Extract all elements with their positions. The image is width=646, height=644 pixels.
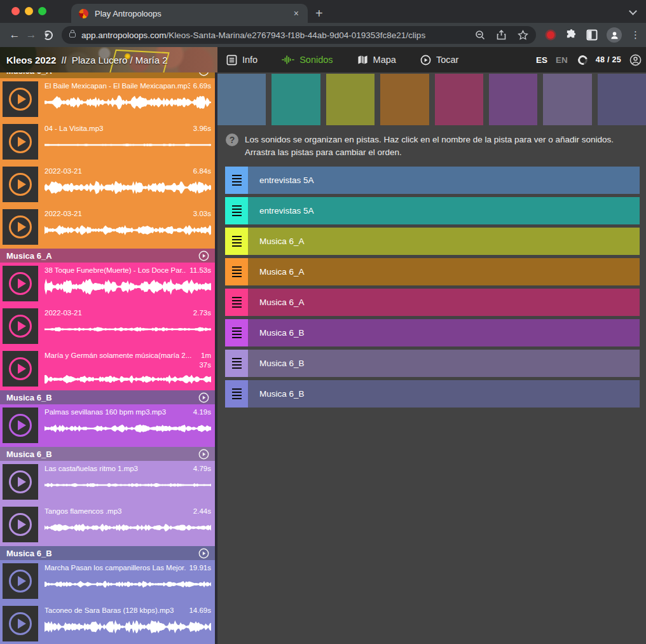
- clip-play-button[interactable]: [3, 507, 38, 542]
- track-drag-handle[interactable]: [225, 289, 248, 316]
- track-name-button[interactable]: entrevistas 5A: [248, 167, 640, 194]
- track-drag-handle[interactable]: [225, 380, 248, 408]
- section-play-icon[interactable]: [198, 392, 209, 403]
- track-row[interactable]: Musica 6_B: [225, 350, 640, 377]
- clip-row[interactable]: María y Germán solamente música(maría 2.…: [0, 348, 215, 390]
- track-drag-handle[interactable]: [225, 197, 248, 224]
- browser-menu-icon[interactable]: ⋮: [631, 34, 640, 36]
- tab-info[interactable]: Info: [226, 55, 258, 65]
- clip-row[interactable]: 2022-03-213.03s: [0, 206, 215, 249]
- extensions-puzzle-icon[interactable]: [565, 29, 577, 41]
- section-play-icon[interactable]: [198, 250, 209, 261]
- waveform: [45, 518, 211, 537]
- back-button[interactable]: ←: [6, 29, 23, 41]
- track-name-button[interactable]: Musica 6_A: [248, 289, 640, 316]
- clip-play-button[interactable]: [3, 464, 38, 500]
- forward-button[interactable]: →: [23, 29, 39, 41]
- track-drag-handle[interactable]: [225, 258, 248, 285]
- tab-sonidos[interactable]: Sonidos: [282, 55, 333, 65]
- section-play-icon[interactable]: [198, 72, 209, 76]
- clip-row[interactable]: Marcha Pasan los campanilleros Las Mejor…: [0, 560, 215, 603]
- clip-duration: 1m 37s: [195, 351, 211, 370]
- reload-icon[interactable]: [43, 31, 53, 40]
- side-panel-icon[interactable]: [586, 29, 598, 41]
- clip-play-button[interactable]: [3, 81, 38, 117]
- clip-play-button[interactable]: [3, 124, 38, 160]
- track-row[interactable]: entrevistas 5A: [225, 197, 640, 224]
- clip-row[interactable]: Palmas sevillanas 160 bpm mp3.mp34.19s: [0, 404, 215, 447]
- clip-row[interactable]: Las castañuelas ritmo 1.mp34.79s: [0, 461, 215, 504]
- clip-play-button[interactable]: [3, 308, 38, 344]
- track-row[interactable]: entrevistas 5A: [225, 167, 640, 194]
- track-drag-handle[interactable]: [225, 167, 248, 194]
- section-clips: El Baile Mexicapan - El Baile Mexicapan.…: [0, 78, 215, 249]
- window-minimize-button[interactable]: [25, 7, 33, 15]
- app-body: Musica 6_AEl Baile Mexicapan - El Baile …: [0, 72, 646, 644]
- track-row[interactable]: Musica 6_A: [225, 228, 640, 255]
- section-header[interactable]: Musica 6_B: [0, 390, 215, 404]
- track-name-button[interactable]: Musica 6_B: [248, 380, 640, 408]
- account-icon[interactable]: [629, 54, 642, 66]
- zoom-icon[interactable]: [475, 30, 485, 40]
- section-play-icon[interactable]: [198, 548, 209, 559]
- browser-tab[interactable]: Play Antropoloops ×: [71, 4, 308, 23]
- section-header[interactable]: Musica 6_A: [0, 249, 215, 263]
- url-text[interactable]: app.antropoloops.com/Kleos-Santa-Marina/…: [81, 31, 467, 40]
- clip-play-button[interactable]: [3, 351, 38, 387]
- tab-tocar[interactable]: Tocar: [420, 55, 458, 65]
- breadcrumb[interactable]: Kleos 2022 // Plaza Lucero / María 2: [0, 47, 217, 72]
- new-tab-button[interactable]: +: [315, 7, 323, 20]
- lang-es-button[interactable]: ES: [536, 55, 547, 65]
- window-zoom-button[interactable]: [38, 7, 46, 15]
- clip-row[interactable]: 04 - La Visita.mp33.96s: [0, 121, 215, 163]
- address-bar[interactable]: app.antropoloops.com/Kleos-Santa-Marina/…: [62, 26, 536, 44]
- profile-avatar[interactable]: [607, 27, 622, 43]
- track-row[interactable]: Musica 6_B: [225, 319, 640, 346]
- clip-row[interactable]: Tangos flamencos .mp32.44s: [0, 504, 215, 546]
- section-header[interactable]: Musica 6_B: [0, 546, 215, 560]
- share-icon[interactable]: [497, 30, 506, 40]
- lock-icon[interactable]: [69, 32, 76, 38]
- clip-play-button[interactable]: [3, 408, 38, 443]
- track-drag-handle[interactable]: [225, 319, 248, 346]
- track-row[interactable]: Musica 6_B: [225, 380, 640, 408]
- clip-row[interactable]: El Baile Mexicapan - El Baile Mexicapan.…: [0, 78, 215, 121]
- track-name-button[interactable]: Musica 6_A: [248, 258, 640, 285]
- track-drag-handle[interactable]: [225, 228, 248, 255]
- tab-tocar-label: Tocar: [436, 55, 458, 65]
- window-close-button[interactable]: [11, 7, 20, 15]
- clip-row[interactable]: 2022-03-216.84s: [0, 163, 215, 206]
- clip-play-button[interactable]: [3, 209, 38, 245]
- track-name-button[interactable]: Musica 6_A: [248, 228, 640, 255]
- section-play-icon[interactable]: [198, 449, 209, 460]
- bookmark-star-icon[interactable]: [518, 30, 528, 40]
- play-icon: [9, 513, 32, 536]
- clip-row[interactable]: 38 Toque Funebre(Muerte) - Los Doce Par.…: [0, 263, 215, 305]
- breadcrumb-project[interactable]: Kleos 2022: [6, 55, 56, 65]
- clip-name: 2022-03-21: [45, 167, 190, 176]
- track-name-button[interactable]: Musica 6_B: [248, 319, 640, 346]
- drag-handle-icon: [232, 388, 242, 390]
- track-row[interactable]: Musica 6_A: [225, 258, 640, 285]
- recording-extension-icon[interactable]: [547, 31, 554, 39]
- clip-play-button[interactable]: [3, 606, 38, 641]
- lang-en-button[interactable]: EN: [556, 55, 568, 65]
- waveform: [45, 617, 211, 636]
- tab-search-chevron-icon[interactable]: [629, 7, 637, 15]
- clip-play-button[interactable]: [3, 167, 38, 202]
- clip-info: 04 - La Visita.mp33.96s: [45, 124, 211, 160]
- play-icon: [9, 470, 32, 493]
- tab-close-icon[interactable]: ×: [292, 8, 300, 18]
- clip-play-button[interactable]: [3, 266, 38, 301]
- track-name-button[interactable]: entrevistas 5A: [248, 197, 640, 224]
- track-drag-handle[interactable]: [225, 350, 248, 377]
- clip-row[interactable]: Taconeo de Sara Baras (128 kbps).mp314.6…: [0, 603, 215, 644]
- section-header[interactable]: Musica 6_B: [0, 447, 215, 461]
- section-name: Musica 6_B: [6, 393, 52, 402]
- tab-mapa[interactable]: Mapa: [357, 55, 396, 65]
- track-name-button[interactable]: Musica 6_B: [248, 350, 640, 377]
- clip-row[interactable]: 2022-03-212.73s: [0, 305, 215, 348]
- clip-play-button[interactable]: [3, 563, 38, 599]
- section-header[interactable]: Musica 6_A: [0, 72, 215, 78]
- track-row[interactable]: Musica 6_A: [225, 289, 640, 316]
